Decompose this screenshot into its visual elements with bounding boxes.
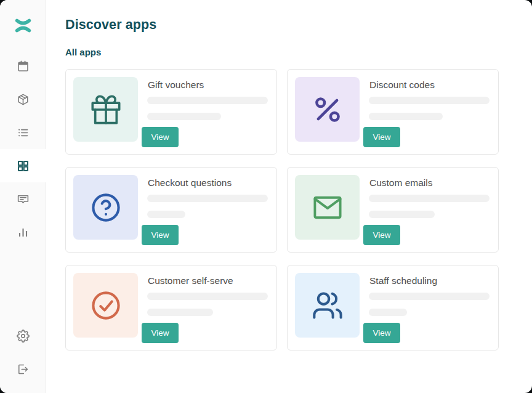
percent-icon: [312, 94, 344, 126]
view-button[interactable]: View: [142, 323, 179, 343]
placeholder-bar: [369, 195, 490, 202]
sidebar-item-settings[interactable]: [0, 319, 46, 352]
placeholder-bar: [369, 309, 407, 316]
app-card: Staff scheduling View: [287, 265, 499, 350]
app-card: Checkout questions View: [65, 167, 277, 253]
help-circle-icon: [90, 192, 122, 224]
sidebar-item-logout[interactable]: [0, 352, 46, 386]
app-icon-tile: [295, 273, 360, 338]
section-label: All apps: [65, 47, 532, 57]
placeholder-bar: [147, 309, 213, 316]
sidebar-item-apps[interactable]: [0, 149, 46, 182]
app-icon-tile: [73, 77, 138, 142]
mail-icon: [312, 192, 344, 224]
app-card-title: Gift vouchers: [148, 79, 204, 91]
calendar-icon: [17, 60, 30, 73]
users-icon: [312, 290, 344, 322]
app-card: Custom emails View: [287, 167, 499, 253]
placeholder-bar: [369, 211, 435, 218]
placeholder-bar: [369, 97, 490, 104]
view-button[interactable]: View: [363, 225, 400, 245]
placeholder-bar: [147, 211, 185, 218]
app-card: Gift vouchers View: [65, 69, 277, 155]
app-card-title: Staff scheduling: [369, 275, 437, 287]
view-button[interactable]: View: [142, 225, 179, 245]
sidebar-item-calendar[interactable]: [0, 49, 46, 83]
app-window: Discover apps All apps Gift vouchers: [0, 0, 532, 393]
brand-x-logo-icon[interactable]: [0, 15, 46, 36]
placeholder-bar: [147, 113, 221, 120]
placeholder-bar: [369, 293, 490, 300]
message-icon: [17, 193, 30, 206]
placeholder-bar: [147, 97, 268, 104]
package-icon: [17, 93, 30, 106]
view-button[interactable]: View: [142, 127, 179, 147]
app-card: Customer self-serve View: [65, 265, 277, 350]
logout-icon: [17, 363, 30, 376]
app-card-title: Discount codes: [369, 79, 435, 91]
grid-icon: [17, 160, 30, 172]
check-circle-icon: [90, 290, 122, 322]
sidebar-item-reports[interactable]: [0, 216, 46, 249]
app-card-title: Custom emails: [369, 177, 433, 189]
placeholder-bar: [369, 113, 443, 120]
app-card-title: Customer self-serve: [148, 275, 233, 287]
placeholder-bar: [147, 293, 268, 300]
placeholder-bar: [147, 195, 268, 202]
app-icon-tile: [73, 273, 138, 338]
app-icon-tile: [295, 175, 360, 240]
app-icon-tile: [73, 175, 138, 240]
app-card-title: Checkout questions: [148, 177, 232, 189]
main-content: Discover apps All apps Gift vouchers: [46, 0, 532, 393]
apps-grid: Gift vouchers View Discount codes: [65, 69, 532, 350]
sidebar-item-messages[interactable]: [0, 182, 46, 216]
sidebar-item-lists[interactable]: [0, 116, 46, 149]
sidebar-item-products[interactable]: [0, 83, 46, 116]
app-card: Discount codes View: [287, 69, 499, 155]
view-button[interactable]: View: [363, 323, 400, 343]
list-icon: [17, 126, 30, 139]
app-icon-tile: [295, 77, 360, 142]
sidebar: [0, 0, 46, 393]
view-button[interactable]: View: [363, 127, 400, 147]
bar-chart-icon: [17, 226, 30, 239]
page-title: Discover apps: [65, 17, 532, 33]
gift-icon: [90, 94, 122, 126]
gear-icon: [17, 330, 30, 342]
